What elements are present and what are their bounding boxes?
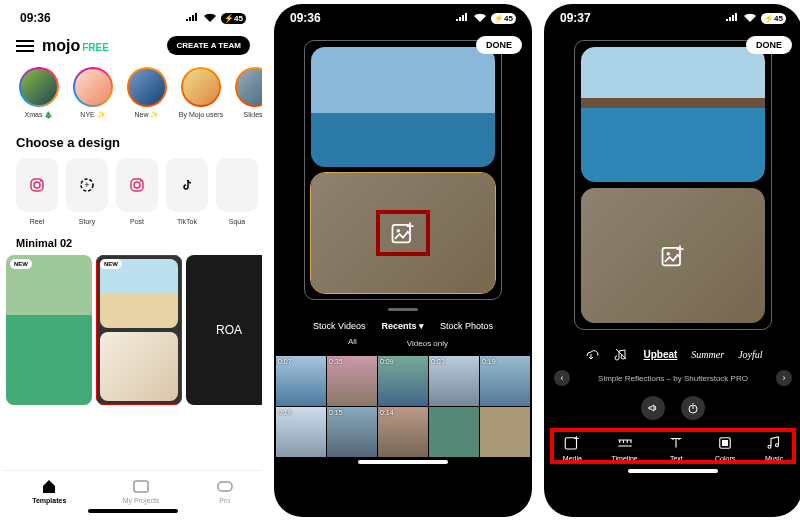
- home-indicator[interactable]: [628, 469, 718, 473]
- music-controls: [544, 390, 800, 426]
- canvas-area: DONE: [274, 32, 532, 308]
- media-thumb[interactable]: 0:19: [480, 356, 530, 406]
- music-cat-upbeat[interactable]: Upbeat: [643, 349, 677, 360]
- prev-track-button[interactable]: ‹: [554, 370, 570, 386]
- svg-point-2: [40, 180, 42, 182]
- status-icons: ⚡45: [725, 13, 786, 24]
- clock: 09:36: [290, 11, 321, 25]
- drag-handle[interactable]: [388, 308, 418, 311]
- media-thumb[interactable]: 0:03: [429, 356, 479, 406]
- media-thumb[interactable]: 0:09: [378, 356, 428, 406]
- timer-icon: [687, 402, 699, 414]
- volume-button[interactable]: [641, 396, 665, 420]
- status-icons: ⚡45: [185, 13, 246, 24]
- status-icons: ⚡45: [455, 13, 516, 24]
- media-thumb[interactable]: [429, 407, 479, 457]
- media-thumb[interactable]: 0:19: [276, 407, 326, 457]
- add-media-icon[interactable]: [659, 242, 687, 270]
- wifi-icon: [473, 13, 487, 23]
- template-card[interactable]: NEW: [6, 255, 92, 405]
- media-thumb[interactable]: [480, 407, 530, 457]
- signal-icon: [725, 13, 739, 23]
- battery-icon: ⚡45: [761, 13, 786, 24]
- svg-point-7: [140, 180, 142, 182]
- template-group-title: Minimal 02: [4, 231, 262, 255]
- story-xmas[interactable]: Xmas 🎄: [16, 67, 62, 119]
- music-cat-joyful[interactable]: Joyful: [738, 349, 762, 360]
- screen-editor: 09:37 ⚡45 DONE Upbeat Summer Joyful ‹: [544, 4, 800, 517]
- screen-media-picker: 09:36 ⚡45 DONE Stock Videos Recents ▾ St…: [274, 4, 532, 517]
- screen-templates: 09:36 ⚡45 mojoFREE CREATE A TEAM Xmas 🎄 …: [4, 4, 262, 517]
- story-slideshow[interactable]: Slidesh: [232, 67, 262, 119]
- svg-rect-8: [134, 481, 148, 492]
- menu-icon[interactable]: [16, 40, 34, 52]
- timer-button[interactable]: [681, 396, 705, 420]
- cloud-download-icon[interactable]: [583, 346, 599, 362]
- done-button[interactable]: DONE: [476, 36, 522, 54]
- media-thumb[interactable]: 0:14: [378, 407, 428, 457]
- tab-bar: Templates My Projects Pro: [4, 470, 262, 506]
- done-button[interactable]: DONE: [746, 36, 792, 54]
- svg-point-6: [134, 182, 140, 188]
- picker-tabs: Stock Videos Recents ▾ Stock Photos: [274, 315, 532, 335]
- pro-icon: [216, 477, 234, 495]
- templates-row[interactable]: NEW NEW ROA: [4, 255, 262, 405]
- tab-recents[interactable]: Recents ▾: [381, 321, 424, 331]
- design-story[interactable]: +Story: [66, 158, 108, 225]
- media-slot-1[interactable]: [311, 47, 495, 167]
- media-thumb[interactable]: 0:07: [276, 356, 326, 406]
- volume-icon: [647, 402, 659, 414]
- music-cat-summer[interactable]: Summer: [691, 349, 724, 360]
- design-square[interactable]: Squa: [216, 158, 258, 225]
- music-categories: Upbeat Summer Joyful: [544, 338, 800, 366]
- svg-rect-9: [218, 482, 232, 491]
- battery-icon: ⚡45: [491, 13, 516, 24]
- top-bar: mojoFREE CREATE A TEAM: [4, 32, 262, 63]
- story-new[interactable]: New ✨: [124, 67, 170, 119]
- design-reel[interactable]: Reel: [16, 158, 58, 225]
- highlight-box: [550, 428, 796, 464]
- tab-pro[interactable]: Pro: [216, 477, 234, 504]
- clock: 09:36: [20, 11, 51, 25]
- media-thumb[interactable]: 0:35: [327, 356, 377, 406]
- create-team-button[interactable]: CREATE A TEAM: [167, 36, 250, 55]
- media-slot-2[interactable]: [581, 188, 765, 323]
- designs-row[interactable]: Reel +Story Post TikTok Squa: [4, 158, 262, 231]
- story-bymojo[interactable]: By Mojo users: [178, 67, 224, 119]
- battery-icon: ⚡45: [221, 13, 246, 24]
- design-post[interactable]: Post: [116, 158, 158, 225]
- tab-stock-photos[interactable]: Stock Photos: [440, 321, 493, 331]
- media-thumb[interactable]: 0:15: [327, 407, 377, 457]
- no-music-icon[interactable]: [613, 346, 629, 362]
- wifi-icon: [203, 13, 217, 23]
- tab-stock-videos[interactable]: Stock Videos: [313, 321, 365, 331]
- subtab-videos-only[interactable]: Videos only: [397, 337, 458, 350]
- svg-point-13: [667, 251, 671, 255]
- next-track-button[interactable]: ›: [776, 370, 792, 386]
- story-nye[interactable]: NYE ✨: [70, 67, 116, 119]
- svg-point-11: [397, 229, 401, 233]
- media-slot-2-selected[interactable]: [311, 173, 495, 293]
- add-media-icon[interactable]: [389, 219, 417, 247]
- track-title: Simple Reflections – by Shutterstock PRO: [578, 374, 768, 383]
- canvas[interactable]: [304, 40, 502, 300]
- home-indicator[interactable]: [88, 509, 178, 513]
- tab-templates[interactable]: Templates: [32, 477, 66, 504]
- canvas[interactable]: [574, 40, 772, 330]
- picker-subtabs: All Videos only: [274, 335, 532, 356]
- status-bar: 09:37 ⚡45: [544, 4, 800, 32]
- home-icon: [40, 477, 58, 495]
- track-row[interactable]: ‹ Simple Reflections – by Shutterstock P…: [544, 366, 800, 390]
- highlight-box: [96, 255, 182, 405]
- template-card[interactable]: ROA: [186, 255, 262, 405]
- choose-design-title: Choose a design: [4, 129, 262, 158]
- tab-myprojects[interactable]: My Projects: [123, 477, 160, 504]
- home-indicator[interactable]: [358, 460, 448, 464]
- media-slot-1[interactable]: [581, 47, 765, 182]
- status-bar: 09:36 ⚡45: [274, 4, 532, 32]
- template-card-selected[interactable]: NEW: [96, 255, 182, 405]
- subtab-all[interactable]: All: [348, 337, 357, 350]
- design-tiktok[interactable]: TikTok: [166, 158, 208, 225]
- media-grid[interactable]: 0:07 0:35 0:09 0:03 0:19 0:19 0:15 0:14: [274, 356, 532, 457]
- stories-row[interactable]: Xmas 🎄 NYE ✨ New ✨ By Mojo users Slidesh: [4, 63, 262, 129]
